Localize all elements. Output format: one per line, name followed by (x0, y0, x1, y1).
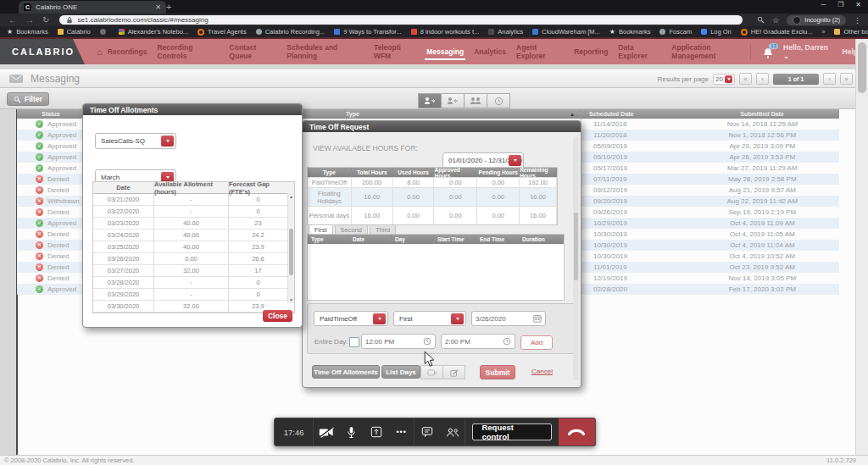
bookmark-item[interactable]: 9 Ways to Transfor... (334, 28, 402, 36)
share-screen-icon (370, 426, 382, 438)
nav-agent-explorer[interactable]: Agent Explorer (516, 36, 564, 68)
submit-button[interactable]: Submit (480, 365, 515, 379)
start-time-input[interactable]: 12:00 PM (361, 334, 436, 349)
nav-teleopti-wfm[interactable]: Teleopti WFM (374, 36, 416, 68)
bookmark-item[interactable] (100, 29, 109, 35)
calendar-icon (533, 314, 542, 323)
tab-close-icon[interactable]: ✕ (155, 3, 161, 11)
camera-off-button[interactable] (314, 418, 339, 446)
filter-button[interactable]: Filter (7, 92, 49, 106)
refresh-icon[interactable]: ↻ (42, 15, 49, 25)
bookmark-item[interactable]: Travel Agents (198, 28, 247, 36)
cancel-link[interactable]: Cancel (531, 368, 553, 375)
lock-icon (701, 29, 707, 35)
nav-application-management[interactable]: Application Management (671, 36, 750, 68)
bookmark-item[interactable]: Foscam (659, 28, 692, 36)
nav-messaging[interactable]: Messaging (426, 40, 464, 64)
new-tab-button[interactable]: + (166, 2, 171, 12)
time-off-allotments-button[interactable]: Time Off Allotments (312, 365, 380, 379)
zoom-icon[interactable] (757, 16, 765, 24)
bookmarks-overflow-icon[interactable]: » (821, 28, 825, 36)
list-days-button[interactable]: List Days (381, 365, 420, 379)
nav-data-explorer[interactable]: Data Explorer (618, 36, 661, 68)
request-control-button[interactable]: Request control (472, 423, 551, 440)
mouse-cursor (424, 351, 435, 368)
bookmark-item[interactable]: 8 indoor workouts t... (411, 28, 480, 36)
nav-analytics[interactable]: Analytics (474, 40, 506, 64)
sort-asc-icon: ▲ (570, 112, 575, 117)
bookmark-item[interactable]: Alexander's Notebo... (119, 28, 188, 36)
bookmark-item[interactable]: ★Bookmarks (609, 28, 651, 36)
scrollbar-thumb[interactable] (858, 42, 866, 93)
nav-recordings[interactable]: Recordings (108, 40, 147, 64)
request-form: PaidTimeOff First 3/26/2020 Entire Day: … (307, 303, 576, 354)
history-clock-icon[interactable] (487, 93, 510, 108)
address-bar[interactable]: se1.calabriodemo.com/classic/#/messaging (59, 15, 743, 25)
allotments-scrollbar[interactable]: ▲▼ (287, 193, 294, 303)
maximize-icon[interactable]: ❐ (837, 1, 843, 8)
nav-recording-controls[interactable]: Recording Controls (157, 36, 219, 68)
pager-next-button[interactable]: › (823, 73, 836, 85)
browser-menu-icon[interactable]: ⋮ (854, 16, 861, 25)
end-time-input[interactable]: 2:00 PM (441, 334, 515, 349)
participants-button[interactable] (440, 418, 465, 446)
queue-select[interactable]: SalesCalls-SQ (95, 133, 176, 149)
nav-schedules-and-planning[interactable]: Schedules and Planning (287, 36, 364, 68)
nav-contact-queue[interactable]: Contact Queue (230, 36, 277, 68)
bookmark-item[interactable]: CloudWareham [M... (532, 28, 600, 36)
browser-tab-bar: C Calabrio ONE ✕ + ─ ❐ ✕ (0, 0, 868, 14)
scroll-up-icon[interactable]: ▲ (288, 193, 294, 200)
more-options-button[interactable]: ••• (389, 418, 415, 446)
share-screen-button[interactable] (364, 418, 389, 446)
mic-icon (347, 426, 356, 439)
close-button[interactable]: Close (263, 310, 292, 322)
assign-out-icon[interactable] (418, 93, 442, 108)
scheduled-date-column-header[interactable]: Scheduled Date (581, 109, 685, 119)
add-button[interactable]: Add (520, 335, 553, 350)
home-icon[interactable]: ⌂ (97, 47, 103, 57)
chat-icon (421, 426, 433, 438)
forward-icon[interactable]: → (25, 15, 34, 25)
day-header: Duration (519, 235, 564, 244)
star-icon: ★ (609, 29, 615, 35)
pager-prev-button[interactable]: ‹ (756, 73, 769, 85)
bookmark-star-icon[interactable]: ☆ (772, 16, 779, 25)
bookmark-item[interactable]: HE! Graduate Exclu... (741, 28, 813, 36)
scrollbar-thumb[interactable] (289, 229, 293, 275)
type-column-header[interactable]: Type▲ (346, 109, 581, 119)
shift-select[interactable]: First (393, 311, 466, 326)
bookmark-item[interactable]: Analytics (488, 28, 523, 36)
notifications-bell-icon[interactable]: 13 (763, 47, 773, 58)
bookmark-item[interactable]: Calabrio (58, 28, 91, 36)
browser-tab[interactable]: C Calabrio ONE ✕ (19, 1, 166, 14)
scroll-down-icon[interactable]: ▼ (288, 296, 294, 303)
date-input[interactable]: 3/26/2020 (471, 311, 546, 326)
edit-button[interactable] (442, 365, 465, 379)
pager-last-button[interactable]: » (840, 73, 853, 85)
nav-reporting[interactable]: Reporting (574, 40, 608, 64)
entire-day-checkbox[interactable] (349, 337, 359, 347)
results-per-page-select[interactable]: 20 (713, 74, 735, 85)
assign-in-icon[interactable] (441, 93, 465, 108)
page-scrollbar[interactable] (855, 39, 868, 455)
panel-scrollbar[interactable] (573, 136, 579, 380)
close-window-icon[interactable]: ✕ (855, 1, 861, 8)
back-icon[interactable]: ← (8, 15, 17, 25)
other-bookmarks[interactable]: Other bookmarks (834, 28, 868, 36)
user-menu[interactable]: Hello, Darren ⌄ (783, 43, 832, 60)
minimize-icon[interactable]: ─ (821, 1, 826, 8)
bookmark-item[interactable]: Calabrio Recording... (256, 28, 325, 36)
url-text: se1.calabriodemo.com/classic/#/messaging (77, 16, 208, 24)
submitted-date-column-header[interactable]: Submitted Date (685, 109, 839, 119)
pager-first-button[interactable]: « (739, 73, 752, 85)
group-icon[interactable] (464, 93, 487, 108)
bookmark-item[interactable]: Log On (701, 28, 732, 36)
status-column-header[interactable]: Status (17, 109, 85, 119)
hours-row: Personal days16.000.000.000.0016.00 (308, 206, 557, 224)
hang-up-button[interactable] (559, 418, 595, 446)
scrollbar-thumb[interactable] (574, 213, 578, 280)
bookmark-item[interactable]: ★Bookmarks (7, 28, 48, 36)
chat-button[interactable] (415, 418, 440, 446)
type-select[interactable]: PaidTimeOff (314, 311, 388, 326)
mic-button[interactable] (339, 418, 364, 446)
